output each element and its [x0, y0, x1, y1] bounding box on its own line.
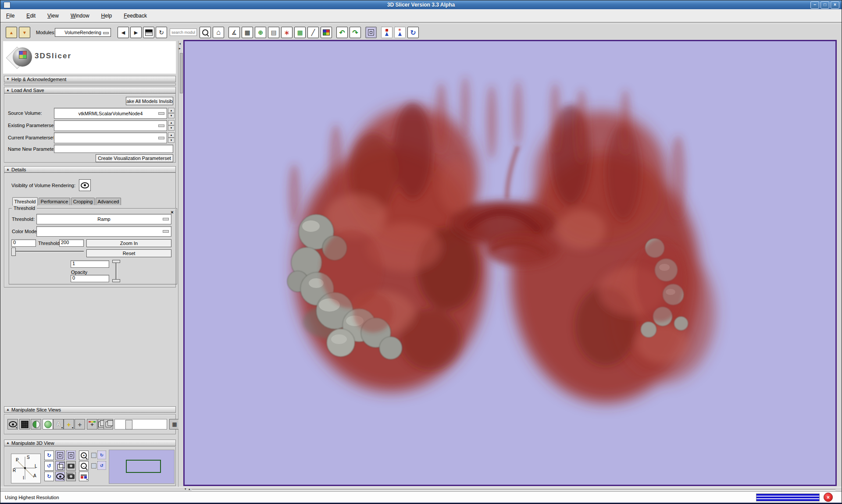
- rock-toggle-button[interactable]: ↺: [97, 461, 106, 470]
- source-volume-spinner[interactable]: ▲▼: [168, 108, 175, 118]
- screenshot-3d-button[interactable]: [66, 461, 76, 471]
- spin-toggle-button[interactable]: ↻: [97, 451, 106, 459]
- opacity-high-input[interactable]: 1: [71, 260, 109, 268]
- pane-divider[interactable]: ◂ ▸: [178, 41, 183, 487]
- current-parameterset-spinner[interactable]: ▲▼: [168, 132, 175, 143]
- source-volume-selector[interactable]: vtkMRMLScalarVolumeNode4: [54, 108, 167, 119]
- menu-help[interactable]: Help: [100, 11, 117, 20]
- models-module-button[interactable]: ▤: [268, 27, 279, 38]
- existing-parameterset-selector[interactable]: [54, 120, 167, 131]
- collapse-right-icon[interactable]: ▸: [179, 46, 181, 50]
- slice-grid-crosshair-button[interactable]: +: [75, 419, 85, 429]
- threshold-type-selector[interactable]: Ramp: [36, 214, 171, 224]
- menu-file[interactable]: File: [5, 11, 19, 20]
- search-modules-button[interactable]: [200, 27, 211, 38]
- slice-opacity-slider-handle[interactable]: [125, 420, 132, 429]
- mouse-rotate-button[interactable]: ↻: [407, 27, 419, 38]
- opacity-slider-bottom-handle[interactable]: [112, 279, 120, 282]
- screenshot-button[interactable]: [365, 27, 377, 38]
- module-forward-button[interactable]: ▶: [130, 27, 142, 38]
- transforms-module-button[interactable]: ▦: [242, 27, 253, 38]
- tab-advanced[interactable]: Advanced: [96, 198, 121, 205]
- threshold-max-input[interactable]: 200: [59, 239, 84, 247]
- zoom-out-3d-button[interactable]: -: [79, 461, 89, 471]
- menu-view[interactable]: View: [46, 11, 63, 20]
- stereo-camera-button[interactable]: [66, 472, 76, 481]
- spin-checkbox[interactable]: [91, 453, 96, 458]
- redo-button[interactable]: ↷: [350, 27, 361, 38]
- color-mode-selector[interactable]: [36, 226, 171, 237]
- annotate-module-button[interactable]: ╱: [307, 27, 319, 38]
- existing-parameterset-spinner[interactable]: ▲▼: [168, 120, 175, 131]
- slice-fit-button[interactable]: [19, 419, 30, 429]
- colors-module-button[interactable]: [321, 27, 332, 38]
- details-section-header[interactable]: ▲ Details: [4, 166, 176, 173]
- current-parameterset-selector[interactable]: [54, 132, 167, 143]
- undo-button[interactable]: ↶: [336, 27, 348, 38]
- reset-button[interactable]: Reset: [86, 249, 171, 257]
- collapse-left-icon[interactable]: ◂: [179, 42, 181, 46]
- marker-down-icon[interactable]: ▾: [185, 487, 186, 491]
- slice-visibility-button[interactable]: ▾: [7, 419, 18, 429]
- name-new-parameterset-input[interactable]: [54, 145, 173, 153]
- module-history-button[interactable]: [143, 27, 154, 38]
- slice-annotation-button[interactable]: A▾: [53, 419, 64, 429]
- view3d-section-header[interactable]: ▲ Manipulate 3D View: [4, 440, 176, 446]
- slice-label-opacity-button[interactable]: [31, 419, 41, 429]
- zoom-in-button[interactable]: Zoom In: [86, 239, 171, 247]
- slice-blend-button[interactable]: [103, 419, 113, 429]
- minimize-button[interactable]: –: [810, 1, 819, 9]
- viewport-3d[interactable]: [183, 40, 837, 486]
- navigation-preview[interactable]: [109, 450, 175, 484]
- load-scene-button[interactable]: ▲: [6, 27, 17, 38]
- look-from-button[interactable]: [66, 451, 76, 460]
- measurements-module-button[interactable]: ∡: [228, 27, 240, 38]
- search-modules-input[interactable]: [170, 28, 197, 36]
- slice-spatial-units-button[interactable]: +: [87, 419, 97, 429]
- make-models-invisible-button[interactable]: ake All Models Invisib: [126, 97, 173, 105]
- panel-scrollbar[interactable]: [180, 53, 183, 93]
- slice-crosshair-button[interactable]: +▾: [64, 419, 74, 429]
- roll-rotate-button[interactable]: ↻: [44, 472, 54, 481]
- view3d-visibility-button[interactable]: ▾: [55, 472, 65, 481]
- threshold-min-input[interactable]: 0: [11, 239, 36, 247]
- mouse-place-button[interactable]: ∗: [394, 27, 406, 38]
- fiducials-module-button[interactable]: ∗: [281, 27, 293, 38]
- close-button[interactable]: ×: [831, 1, 839, 9]
- threshold-slider[interactable]: [13, 251, 84, 252]
- opacity-low-input[interactable]: 0: [71, 275, 109, 282]
- pitch-up-button[interactable]: ↻: [44, 451, 54, 460]
- slice-fg-bg-button[interactable]: [43, 419, 53, 429]
- orientation-axes-widget[interactable]: P S L R A I: [11, 454, 41, 483]
- module-selector[interactable]: VolumeRendering: [55, 28, 111, 37]
- tab-performance[interactable]: Performance: [39, 198, 70, 205]
- menu-window[interactable]: Window: [69, 11, 94, 20]
- zoom-in-3d-button[interactable]: +: [79, 451, 89, 460]
- yaw-rotate-button[interactable]: ↺: [44, 461, 54, 471]
- center-view-button[interactable]: [55, 451, 65, 460]
- save-scene-button[interactable]: ▼: [19, 27, 30, 38]
- home-module-button[interactable]: ⌂: [213, 27, 224, 38]
- load-save-section-header[interactable]: ▲ Load And Save: [4, 87, 176, 93]
- cancel-button[interactable]: ×: [824, 493, 833, 502]
- titlebar[interactable]: 3D Slicer Version 3.3 Alpha – □ ×: [0, 0, 842, 9]
- maximize-button[interactable]: □: [821, 1, 829, 9]
- mouse-transform-button[interactable]: [381, 27, 392, 38]
- menu-feedback[interactable]: Feedback: [122, 11, 151, 20]
- opacity-slider[interactable]: [115, 261, 117, 281]
- module-refresh-button[interactable]: ↻: [156, 27, 167, 38]
- opacity-slider-top-handle[interactable]: [112, 260, 120, 263]
- marker-up-icon[interactable]: ▴: [189, 487, 190, 491]
- module-back-button[interactable]: ◀: [118, 27, 129, 38]
- perspective-button[interactable]: [55, 461, 65, 471]
- slice-opacity-slider[interactable]: [114, 419, 167, 429]
- visibility-toggle-button[interactable]: [79, 179, 91, 191]
- menu-edit[interactable]: Edit: [25, 11, 40, 20]
- help-section-header[interactable]: ▼ Help & Acknowledgement: [4, 76, 176, 82]
- editor-module-button[interactable]: ▦: [294, 27, 306, 38]
- tab-threshold[interactable]: Threshold: [12, 197, 38, 206]
- volumes-module-button[interactable]: ⊕: [255, 27, 266, 38]
- navigation-view-rectangle[interactable]: [126, 460, 161, 473]
- slice-views-section-header[interactable]: ▲ Manipulate Slice Views: [4, 406, 176, 413]
- threshold-slider-handle[interactable]: [11, 248, 16, 256]
